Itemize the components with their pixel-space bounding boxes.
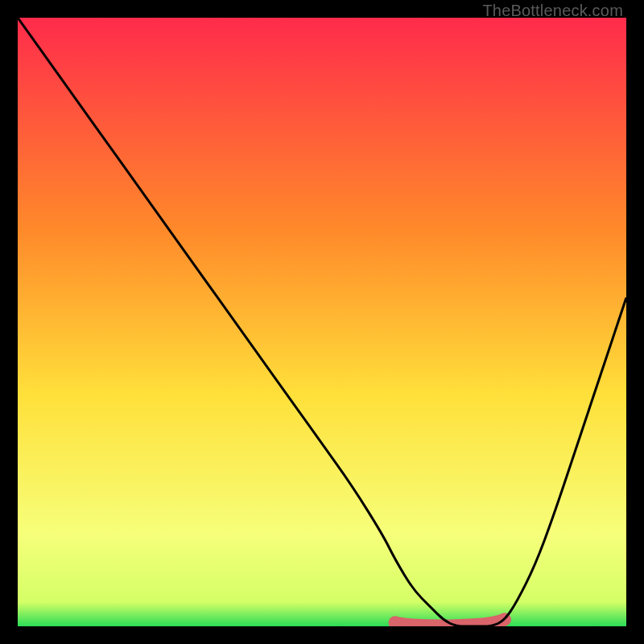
chart-frame (18, 18, 626, 626)
gradient-background (18, 18, 626, 626)
bottleneck-chart (18, 18, 626, 626)
watermark-text: TheBottleneck.com (482, 2, 623, 20)
